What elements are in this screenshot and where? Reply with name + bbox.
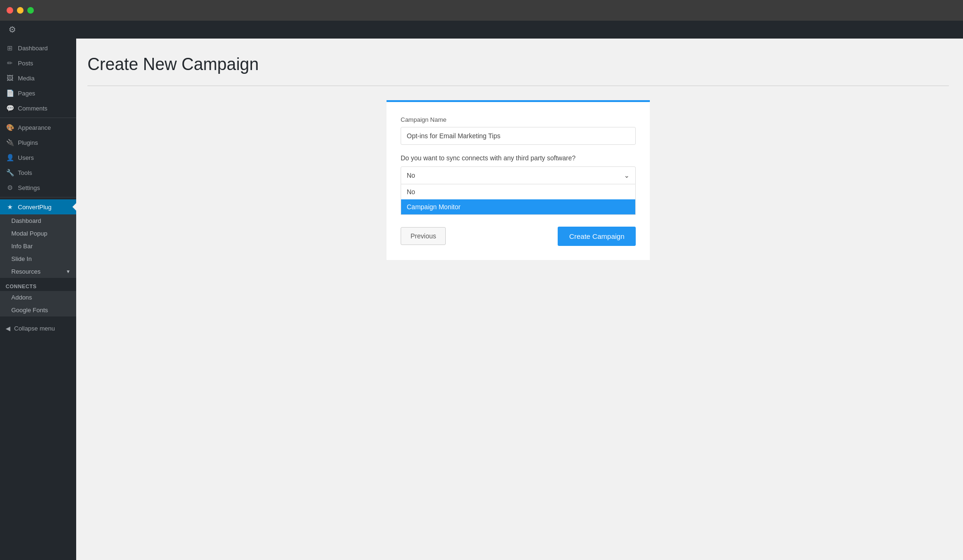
settings-icon: ⚙	[6, 184, 14, 191]
connects-submenu: Addons Google Fonts	[0, 291, 76, 316]
campaign-name-label: Campaign Name	[401, 116, 636, 123]
app-layout: ⊞ Dashboard ✏ Posts 🖼 Media 📄 Pages 💬 Co…	[0, 21, 963, 560]
collapse-menu-button[interactable]: ◀ Collapse menu	[0, 320, 76, 337]
sidebar-item-pages[interactable]: 📄 Pages	[0, 86, 76, 101]
plugins-icon: 🔌	[6, 139, 14, 146]
dropdown-option-no[interactable]: No	[401, 184, 635, 199]
title-divider	[87, 86, 949, 86]
sidebar-item-users[interactable]: 👤 Users	[0, 150, 76, 165]
posts-icon: ✏	[6, 59, 14, 67]
maximize-button[interactable]	[27, 7, 34, 14]
sync-question-text: Do you want to sync connects with any th…	[401, 154, 636, 162]
resources-arrow-icon: ▼	[66, 269, 71, 274]
main-content: Create New Campaign Campaign Name Do you…	[76, 21, 963, 560]
sidebar-item-settings[interactable]: ⚙ Settings	[0, 180, 76, 195]
form-footer: Previous Create Campaign	[401, 227, 636, 246]
collapse-icon: ◀	[6, 325, 10, 332]
pages-icon: 📄	[6, 89, 14, 97]
connects-section-label: Connects	[0, 278, 76, 291]
sidebar-item-plugins[interactable]: 🔌 Plugins	[0, 135, 76, 150]
sidebar-item-tools[interactable]: 🔧 Tools	[0, 165, 76, 180]
campaign-name-input[interactable]	[401, 127, 636, 145]
sidebar-submenu: Dashboard Modal Popup Info Bar Slide In …	[0, 214, 76, 278]
sidebar-sub-slide-in[interactable]: Slide In	[0, 252, 76, 265]
media-icon: 🖼	[6, 74, 14, 82]
sidebar-item-dashboard[interactable]: ⊞ Dashboard	[0, 40, 76, 55]
convertplug-icon: ★	[6, 203, 14, 211]
dropdown-menu: No Campaign Monitor	[401, 184, 636, 215]
wp-admin-bar: ⚙	[0, 21, 963, 39]
create-campaign-button[interactable]: Create Campaign	[558, 227, 636, 246]
sidebar-google-fonts[interactable]: Google Fonts	[0, 304, 76, 316]
dropdown-option-campaign-monitor[interactable]: Campaign Monitor	[401, 199, 635, 214]
comments-icon: 💬	[6, 104, 14, 112]
wp-logo-icon: ⚙	[6, 23, 19, 36]
dropdown-arrow-icon: ⌄	[624, 172, 630, 179]
previous-button[interactable]: Previous	[401, 227, 446, 245]
minimize-button[interactable]	[17, 7, 24, 14]
close-button[interactable]	[7, 7, 13, 14]
sidebar-sub-modal-popup[interactable]: Modal Popup	[0, 227, 76, 240]
content-area: Create New Campaign Campaign Name Do you…	[76, 40, 963, 560]
sidebar-item-comments[interactable]: 💬 Comments	[0, 101, 76, 116]
tools-icon: 🔧	[6, 169, 14, 176]
titlebar	[0, 0, 963, 21]
sidebar-addons[interactable]: Addons	[0, 291, 76, 304]
sync-dropdown[interactable]: No ⌄ No Campaign Monitor	[401, 166, 636, 184]
dashboard-icon: ⊞	[6, 44, 14, 52]
sidebar-sub-dashboard[interactable]: Dashboard	[0, 214, 76, 227]
page-title: Create New Campaign	[87, 55, 949, 74]
sidebar-sub-info-bar[interactable]: Info Bar	[0, 240, 76, 252]
campaign-form-card: Campaign Name Do you want to sync connec…	[387, 100, 650, 260]
sidebar-item-posts[interactable]: ✏ Posts	[0, 55, 76, 71]
users-icon: 👤	[6, 154, 14, 161]
dropdown-selected-value[interactable]: No ⌄	[401, 166, 636, 184]
sidebar-item-appearance[interactable]: 🎨 Appearance	[0, 120, 76, 135]
sidebar-item-convertplug[interactable]: ★ ConvertPlug	[0, 199, 76, 214]
sidebar: ⊞ Dashboard ✏ Posts 🖼 Media 📄 Pages 💬 Co…	[0, 21, 76, 560]
sidebar-sub-resources[interactable]: Resources ▼	[0, 265, 76, 278]
sidebar-item-media[interactable]: 🖼 Media	[0, 71, 76, 86]
appearance-icon: 🎨	[6, 124, 14, 131]
